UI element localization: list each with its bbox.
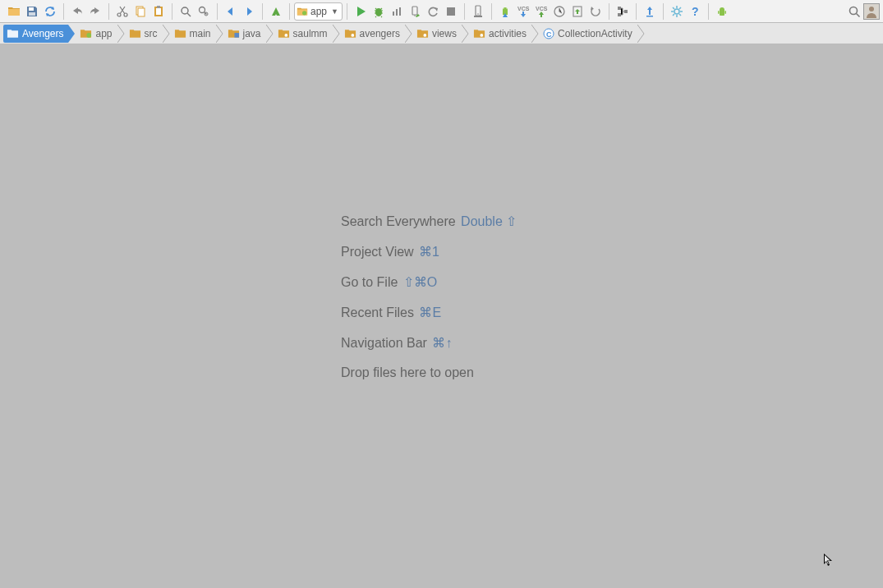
- attach-debugger-button[interactable]: [406, 2, 424, 21]
- paste-button[interactable]: [149, 2, 168, 21]
- profile-button[interactable]: [388, 2, 406, 21]
- svg-text:VCS: VCS: [536, 6, 548, 11]
- breadcrumb-label: views: [432, 28, 457, 39]
- main-toolbar: app ▼ VCS: [0, 0, 883, 23]
- svg-point-43: [869, 7, 874, 11]
- avd-manager-button[interactable]: [469, 2, 487, 21]
- svg-rect-0: [29, 7, 34, 11]
- chevron-down-icon: ▼: [331, 7, 338, 16]
- save-button[interactable]: [23, 2, 41, 21]
- svg-point-3: [124, 13, 127, 16]
- vcs-update-button[interactable]: VCS: [514, 2, 532, 21]
- svg-point-20: [477, 13, 479, 15]
- stop-button[interactable]: [442, 2, 460, 21]
- breadcrumb-folder-main[interactable]: main: [171, 25, 216, 43]
- svg-rect-39: [720, 10, 724, 16]
- svg-point-9: [182, 7, 188, 14]
- cut-button[interactable]: [113, 2, 131, 21]
- find-button[interactable]: [177, 2, 195, 21]
- hint-go-to-file: Go to File ⇧⌘O: [341, 274, 517, 290]
- breadcrumb-label: saulmm: [293, 28, 328, 39]
- breadcrumb-module[interactable]: app: [76, 25, 117, 43]
- breadcrumb-package-saulmm[interactable]: saulmm: [274, 25, 333, 43]
- editor-empty-state: Search Everywhere Double ⇧ Project View …: [0, 44, 883, 588]
- navigation-breadcrumb: Avengers app src main java saulmm avenge…: [0, 23, 883, 44]
- copy-button[interactable]: [131, 2, 149, 21]
- svg-rect-33: [618, 13, 621, 16]
- help-button[interactable]: ?: [686, 2, 704, 21]
- back-button[interactable]: [222, 2, 240, 21]
- breadcrumb-folder-src[interactable]: src: [126, 25, 163, 43]
- undo-button[interactable]: [68, 2, 86, 21]
- breadcrumb-label: java: [243, 28, 261, 39]
- mouse-cursor-icon: [823, 553, 835, 567]
- keyboard-hints: Search Everywhere Double ⇧ Project View …: [341, 214, 517, 380]
- android-tips-button[interactable]: [713, 2, 731, 21]
- breadcrumb-label: app: [95, 28, 112, 39]
- vcs-commit-button[interactable]: VCS: [532, 2, 550, 21]
- sync-button[interactable]: [41, 2, 59, 21]
- svg-rect-45: [234, 33, 239, 38]
- svg-point-2: [117, 13, 121, 16]
- shortcut-text: ⇧⌘O: [403, 275, 437, 289]
- redo-button[interactable]: [86, 2, 104, 21]
- shortcut-text: ⌘↑: [432, 336, 452, 350]
- breadcrumb-project[interactable]: Avengers: [3, 25, 68, 43]
- svg-rect-14: [393, 11, 394, 16]
- forward-button[interactable]: [240, 2, 258, 21]
- gradle-sync-button[interactable]: [641, 2, 659, 21]
- search-everywhere-button[interactable]: [845, 2, 863, 21]
- svg-point-46: [284, 34, 287, 37]
- breadcrumb-class[interactable]: C CollectionActivity: [540, 25, 637, 43]
- svg-point-49: [480, 34, 483, 37]
- breadcrumb-label: Avengers: [22, 28, 63, 39]
- svg-point-48: [423, 34, 426, 37]
- breadcrumb-label: CollectionActivity: [558, 28, 632, 39]
- svg-rect-8: [157, 6, 160, 8]
- breadcrumb-package-activities[interactable]: activities: [470, 25, 531, 43]
- svg-rect-27: [522, 11, 524, 15]
- svg-point-25: [506, 7, 507, 8]
- svg-rect-16: [399, 7, 401, 16]
- svg-rect-5: [138, 8, 145, 16]
- svg-rect-35: [646, 16, 653, 17]
- hint-recent-files: Recent Files ⌘E: [341, 305, 517, 320]
- breadcrumb-label: avengers: [360, 28, 400, 39]
- svg-text:?: ?: [692, 5, 699, 18]
- hint-navigation-bar: Navigation Bar ⌘↑: [341, 335, 517, 351]
- breadcrumb-package-views[interactable]: views: [413, 25, 462, 43]
- breadcrumb-folder-java[interactable]: java: [224, 25, 266, 43]
- replace-button[interactable]: [195, 2, 213, 21]
- svg-point-12: [302, 11, 306, 15]
- run-button[interactable]: [352, 2, 370, 21]
- svg-rect-7: [156, 8, 161, 15]
- debug-button[interactable]: [370, 2, 388, 21]
- vcs-push-button[interactable]: [568, 2, 586, 21]
- vcs-history-button[interactable]: [550, 2, 568, 21]
- svg-point-10: [200, 7, 205, 12]
- svg-rect-29: [540, 14, 542, 17]
- svg-point-44: [87, 33, 92, 38]
- breadcrumb-package-avengers[interactable]: avengers: [341, 25, 405, 43]
- svg-point-24: [503, 7, 504, 8]
- shortcut-text: ⌘1: [419, 245, 439, 259]
- run-configuration-selector[interactable]: app ▼: [294, 2, 343, 21]
- sdk-manager-button[interactable]: [496, 2, 514, 21]
- settings-button[interactable]: [668, 2, 686, 21]
- svg-rect-21: [474, 16, 482, 17]
- user-avatar[interactable]: [863, 3, 880, 20]
- svg-point-42: [850, 7, 858, 14]
- svg-text:VCS: VCS: [517, 6, 530, 11]
- breadcrumb-label: main: [190, 28, 211, 39]
- svg-text:C: C: [546, 30, 552, 39]
- vcs-revert-button[interactable]: [586, 2, 605, 21]
- apply-changes-button[interactable]: [424, 2, 442, 21]
- project-structure-button[interactable]: [614, 2, 632, 21]
- open-file-button[interactable]: [5, 2, 23, 21]
- make-project-button[interactable]: [267, 2, 285, 21]
- run-config-label: app: [310, 6, 327, 17]
- hint-drop-files: Drop files here to open: [341, 365, 517, 380]
- breadcrumb-label: src: [145, 28, 158, 39]
- svg-rect-15: [396, 9, 398, 16]
- svg-point-36: [674, 9, 679, 14]
